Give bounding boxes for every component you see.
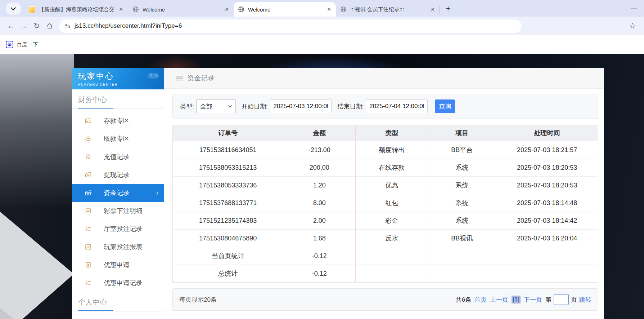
column-header: 处理时间 — [496, 125, 598, 141]
sidebar-item-hall-bet-record[interactable]: 厅室投注记录 — [72, 220, 164, 238]
bookmark-baidu[interactable]: 百度一下 — [6, 41, 38, 48]
order-id-cell: 1751537688133771 — [173, 194, 283, 212]
list-icon — [85, 225, 92, 232]
table-row: 1751538053315213 200.00 在线存款 系统 2025-07-… — [173, 159, 598, 177]
amount-cell: 8.00 — [283, 194, 356, 212]
main-panel: 资金记录 类型: 全部 开始日期: 结束日期: 查询 订单号 — [164, 68, 604, 319]
bookmarks-bar: 百度一下 — [0, 35, 644, 54]
url-bar[interactable]: js13.cc/hhcp/usercenter.html?iniType=6 — [59, 19, 522, 33]
reload-button[interactable]: ↻ — [30, 19, 43, 32]
close-icon[interactable]: × — [117, 5, 125, 13]
sidebar-item-label: 资金记录 — [104, 189, 130, 197]
tab-search-button[interactable] — [6, 3, 21, 15]
sidebar-item-lottery-bet-detail[interactable]: 彩票下注明细 — [72, 202, 164, 220]
column-header: 类型 — [356, 125, 428, 141]
background-band — [0, 54, 74, 209]
url-text: js13.cc/hhcp/usercenter.html?iniType=6 — [75, 22, 182, 30]
sidebar-item-label: 玩家投注报表 — [104, 243, 143, 251]
empty-cell — [428, 265, 496, 283]
project-cell: BB平台 — [428, 141, 496, 159]
tab-separator — [440, 6, 440, 13]
sidebar-item-label: 厅室投注记录 — [104, 225, 143, 233]
hamburger-icon — [176, 75, 183, 81]
project-cell: 系统 — [428, 177, 496, 194]
tab-welcome-1[interactable]: Welcome × — [128, 2, 234, 17]
amount-cell: 200.00 — [283, 159, 356, 177]
tab-forum[interactable]: 【新提醒】海燕策略论坛综合交 × — [24, 2, 128, 17]
close-icon[interactable]: × — [429, 5, 437, 13]
order-id-cell: 1751538053315213 — [173, 159, 283, 177]
type-select[interactable]: 全部 — [196, 99, 236, 113]
site-info-icon[interactable] — [65, 23, 71, 29]
tab-welcome-2-active[interactable]: Welcome × — [234, 2, 336, 17]
type-cell: 彩金 — [356, 212, 428, 230]
time-cell: 2025-07-03 18:14:42 — [496, 212, 598, 230]
summary-label-cell: 当前页统计 — [173, 247, 283, 265]
globe-icon — [238, 6, 244, 13]
time-cell: 2025-07-03 18:20:53 — [496, 159, 598, 177]
tab-video-records[interactable]: :::视讯 会员下注纪录::: × — [336, 2, 440, 17]
total-summary-row: 总统计 -0.12 — [173, 265, 598, 283]
jump-page-input[interactable] — [554, 294, 569, 305]
close-icon[interactable]: × — [223, 5, 231, 13]
tab-title: :::视讯 会员下注纪录::: — [350, 6, 426, 13]
sidebar-item-label: 充值记录 — [104, 152, 130, 161]
sidebar-item-withdrawal-record[interactable]: 提现记录 — [72, 166, 164, 184]
table-row: 1751530804675890 1.68 反水 BB视讯 2025-07-03… — [173, 230, 598, 247]
sidebar-menu: 存款专区 取款专区 充值记录 提现记录 资金记录 › — [72, 109, 164, 292]
jump-prefix: 第 — [545, 296, 551, 304]
first-page-link[interactable]: 首页 — [474, 296, 487, 304]
section-underline — [72, 310, 164, 311]
column-header: 项目 — [428, 125, 496, 141]
jump-go-link[interactable]: 跳转 — [579, 296, 591, 304]
prev-page-link[interactable]: 上一页 — [490, 296, 508, 304]
filter-bar: 类型: 全部 开始日期: 结束日期: 查询 — [172, 94, 598, 119]
sidebar-item-label: 彩票下注明细 — [104, 207, 143, 215]
forward-button[interactable]: → — [17, 19, 30, 32]
sidebar-item-label: 取款专区 — [104, 134, 130, 143]
deposit-card-icon — [85, 117, 92, 124]
sidebar-item-recharge-record[interactable]: 充值记录 — [72, 148, 164, 166]
type-cell: 反水 — [356, 230, 428, 247]
empty-cell — [496, 247, 598, 265]
sidebar-item-funds-record[interactable]: 资金记录 › — [72, 184, 164, 202]
next-page-link[interactable]: 下一页 — [524, 296, 542, 304]
total-count-text: 共6条 — [456, 296, 471, 304]
search-button[interactable]: 查询 — [435, 99, 455, 113]
sidebar-item-promo-apply[interactable]: 优惠申请 — [72, 256, 164, 274]
sidebar-item-player-bet-report[interactable]: 玩家投注报表 — [72, 238, 164, 256]
back-button[interactable]: ← — [4, 19, 17, 32]
coupon-icon — [85, 261, 92, 269]
column-header: 订单号 — [173, 125, 283, 141]
home-button[interactable] — [43, 19, 56, 32]
empty-cell — [496, 265, 598, 283]
sidebar-item-promo-apply-record[interactable]: 优惠申请记录 — [72, 274, 164, 292]
tab-bar: 【新提醒】海燕策略论坛综合交 × Welcome × Welcome × :::… — [0, 0, 644, 17]
sidebar-item-label: 存款专区 — [104, 116, 130, 125]
amount-cell: -0.12 — [283, 247, 356, 265]
start-date-input[interactable] — [270, 99, 332, 113]
bookmark-star-icon[interactable]: ☆ — [629, 21, 636, 31]
type-cell: 红包 — [356, 194, 428, 212]
close-icon[interactable]: × — [325, 5, 333, 13]
type-label: 类型: — [180, 102, 194, 111]
new-tab-button[interactable]: + — [443, 4, 454, 14]
browser-window: 【新提醒】海燕策略论坛综合交 × Welcome × Welcome × :::… — [0, 0, 644, 54]
tab-title: Welcome — [143, 6, 220, 13]
sidebar-item-withdraw-zone[interactable]: 取款专区 — [72, 130, 164, 148]
chevron-down-icon — [228, 105, 232, 108]
table-header-row: 订单号 金额 类型 项目 处理时间 — [173, 125, 598, 141]
home-icon — [46, 22, 53, 30]
yellow-document-icon — [29, 6, 35, 13]
browser-toolbar: ← → ↻ js13.cc/hhcp/usercenter.html?iniTy… — [0, 17, 644, 35]
end-date-input[interactable] — [366, 99, 428, 113]
amount-cell: 1.68 — [283, 230, 356, 247]
amount-cell: 1.20 — [283, 177, 356, 194]
sidebar-header: 玩家中心 PLAYERS CENTER — [72, 68, 164, 89]
type-cell: 额度转出 — [356, 141, 428, 159]
amount-cell: 2.00 — [283, 212, 356, 230]
baidu-paw-icon — [6, 41, 13, 48]
sidebar-item-deposit-zone[interactable]: 存款专区 — [72, 112, 164, 130]
start-date-label: 开始日期: — [242, 102, 268, 111]
minimize-button[interactable]: — — [629, 3, 639, 13]
